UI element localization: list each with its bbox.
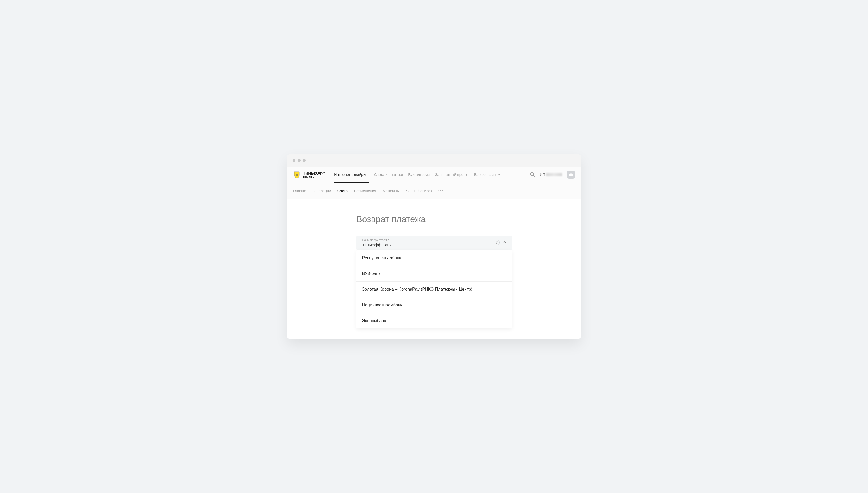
content: Возврат платежа Банк получателя * Тинько… — [287, 199, 581, 339]
nav-accounts-payments[interactable]: Счета и платежи — [371, 167, 406, 183]
more-icon[interactable] — [438, 190, 443, 191]
logo-shield-icon — [293, 171, 300, 178]
chevron-up-icon — [503, 241, 507, 244]
subnav-blacklist[interactable]: Черный список — [404, 183, 435, 199]
nav-salary-project[interactable]: Зарплатный проект — [432, 167, 472, 183]
nav-internet-acquiring[interactable]: Интернет-эквайринг — [332, 167, 371, 183]
nav-item-label: Интернет-эквайринг — [334, 172, 369, 177]
subnav-item-label: Возмещения — [354, 189, 376, 193]
subnav-refunds[interactable]: Возмещения — [351, 183, 379, 199]
subnav-item-label: Операции — [314, 189, 331, 193]
subnav-item-label: Главная — [293, 189, 307, 193]
browser-chrome — [287, 154, 581, 167]
svg-line-2 — [533, 176, 534, 177]
briefcase-icon[interactable] — [567, 171, 575, 179]
browser-window: ТИНЬКОФФ БИЗНЕС Интернет-эквайринг Счета… — [287, 154, 581, 339]
user-name-blurred — [546, 173, 562, 176]
nav-accounting[interactable]: Бухгалтерия — [406, 167, 432, 183]
main-nav: Интернет-эквайринг Счета и платежи Бухга… — [332, 167, 503, 183]
user-label[interactable]: ИП — [540, 172, 562, 177]
nav-all-services-label: Все сервисы — [474, 172, 496, 177]
select-body: Банк получателя * Тинькофф Банк — [362, 238, 490, 247]
form-wrap: Возврат платежа Банк получателя * Тинько… — [356, 214, 512, 328]
page-frame: ТИНЬКОФФ БИЗНЕС Интернет-эквайринг Счета… — [243, 139, 625, 355]
bank-option[interactable]: Экономбанк — [356, 313, 512, 328]
logo-text: ТИНЬКОФФ БИЗНЕС — [303, 171, 325, 178]
logo-brand: ТИНЬКОФФ — [303, 171, 325, 175]
subnav: Главная Операции Счета Возмещения Магази… — [287, 183, 581, 199]
select-label: Банк получателя * — [362, 238, 490, 242]
chevron-down-icon — [498, 173, 500, 176]
nav-item-label: Зарплатный проект — [435, 172, 469, 177]
page-title: Возврат платежа — [356, 214, 512, 224]
subnav-stores[interactable]: Магазины — [380, 183, 402, 199]
nav-item-label: Бухгалтерия — [408, 172, 430, 177]
svg-rect-4 — [570, 173, 572, 174]
search-icon[interactable] — [530, 172, 535, 177]
subnav-item-label: Черный список — [406, 189, 432, 193]
bank-option[interactable]: Русьуниверсалбанк — [356, 250, 512, 266]
window-dot-close[interactable] — [293, 159, 295, 162]
subnav-item-label: Магазины — [382, 189, 399, 193]
subnav-operations[interactable]: Операции — [311, 183, 334, 199]
window-dot-minimize[interactable] — [298, 159, 300, 162]
topbar: ТИНЬКОФФ БИЗНЕС Интернет-эквайринг Счета… — [287, 167, 581, 183]
nav-item-label: Счета и платежи — [374, 172, 403, 177]
more-dot — [440, 190, 441, 191]
subnav-invoices[interactable]: Счета — [335, 183, 350, 199]
user-prefix: ИП — [540, 172, 545, 177]
subnav-main[interactable]: Главная — [293, 183, 310, 199]
help-icon[interactable]: ? — [494, 240, 500, 245]
recipient-bank-select[interactable]: Банк получателя * Тинькофф Банк ? — [356, 236, 512, 250]
select-value: Тинькофф Банк — [362, 242, 490, 247]
bank-dropdown-list: Русьуниверсалбанк ВУЗ-банк Золотая Корон… — [356, 250, 512, 328]
logo[interactable]: ТИНЬКОФФ БИЗНЕС — [293, 171, 325, 178]
more-dot — [438, 190, 439, 191]
bank-option[interactable]: Золотая Корона – KoronaPay (РНКО Платежн… — [356, 282, 512, 297]
subnav-item-label: Счета — [338, 189, 348, 193]
bank-option[interactable]: ВУЗ-банк — [356, 266, 512, 282]
logo-sub: БИЗНЕС — [303, 176, 325, 178]
more-dot — [442, 190, 443, 191]
nav-all-services[interactable]: Все сервисы — [472, 172, 503, 177]
svg-rect-0 — [296, 174, 298, 176]
bank-option[interactable]: Нацинвестпромбанк — [356, 297, 512, 313]
window-dot-maximize[interactable] — [303, 159, 305, 162]
topbar-right: ИП — [530, 171, 575, 179]
